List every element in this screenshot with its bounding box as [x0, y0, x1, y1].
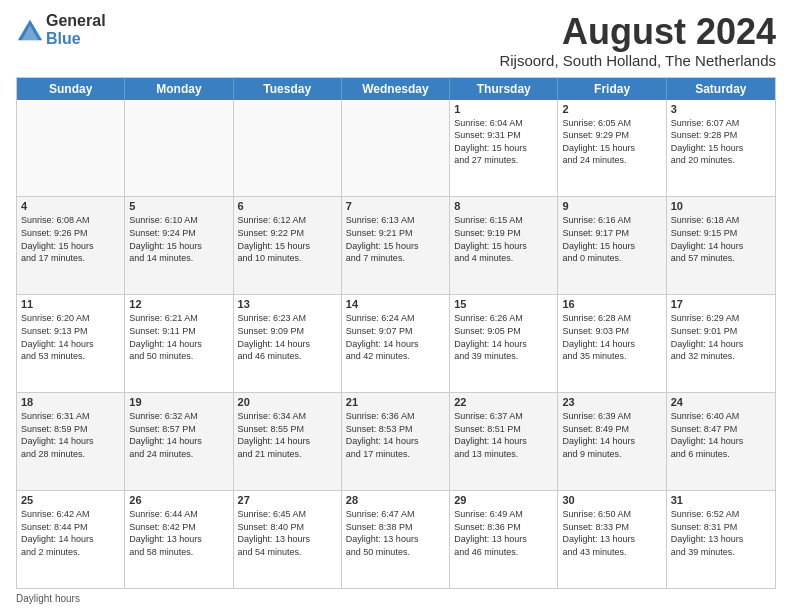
calendar: SundayMondayTuesdayWednesdayThursdayFrid… [16, 77, 776, 589]
day-info: Sunrise: 6:31 AM Sunset: 8:59 PM Dayligh… [21, 410, 120, 460]
day-info: Sunrise: 6:39 AM Sunset: 8:49 PM Dayligh… [562, 410, 661, 460]
day-info: Sunrise: 6:26 AM Sunset: 9:05 PM Dayligh… [454, 312, 553, 362]
cal-cell: 2Sunrise: 6:05 AM Sunset: 9:29 PM Daylig… [558, 100, 666, 197]
day-info: Sunrise: 6:08 AM Sunset: 9:26 PM Dayligh… [21, 214, 120, 264]
cal-cell: 29Sunrise: 6:49 AM Sunset: 8:36 PM Dayli… [450, 491, 558, 588]
day-number: 16 [562, 298, 661, 310]
day-number: 8 [454, 200, 553, 212]
cal-cell: 11Sunrise: 6:20 AM Sunset: 9:13 PM Dayli… [17, 295, 125, 392]
title-block: August 2024 Rijsoord, South Holland, The… [499, 12, 776, 69]
logo-blue: Blue [46, 30, 106, 48]
day-number: 29 [454, 494, 553, 506]
cal-cell: 6Sunrise: 6:12 AM Sunset: 9:22 PM Daylig… [234, 197, 342, 294]
title-month: August 2024 [499, 12, 776, 52]
day-number: 6 [238, 200, 337, 212]
day-info: Sunrise: 6:50 AM Sunset: 8:33 PM Dayligh… [562, 508, 661, 558]
cal-cell: 24Sunrise: 6:40 AM Sunset: 8:47 PM Dayli… [667, 393, 775, 490]
day-number: 3 [671, 103, 771, 115]
cal-cell: 25Sunrise: 6:42 AM Sunset: 8:44 PM Dayli… [17, 491, 125, 588]
day-info: Sunrise: 6:18 AM Sunset: 9:15 PM Dayligh… [671, 214, 771, 264]
cal-row-3: 18Sunrise: 6:31 AM Sunset: 8:59 PM Dayli… [17, 393, 775, 491]
cal-cell: 14Sunrise: 6:24 AM Sunset: 9:07 PM Dayli… [342, 295, 450, 392]
cal-cell: 30Sunrise: 6:50 AM Sunset: 8:33 PM Dayli… [558, 491, 666, 588]
day-info: Sunrise: 6:07 AM Sunset: 9:28 PM Dayligh… [671, 117, 771, 167]
day-info: Sunrise: 6:16 AM Sunset: 9:17 PM Dayligh… [562, 214, 661, 264]
day-info: Sunrise: 6:42 AM Sunset: 8:44 PM Dayligh… [21, 508, 120, 558]
day-number: 11 [21, 298, 120, 310]
cal-cell: 27Sunrise: 6:45 AM Sunset: 8:40 PM Dayli… [234, 491, 342, 588]
cal-row-0: 1Sunrise: 6:04 AM Sunset: 9:31 PM Daylig… [17, 100, 775, 198]
cal-row-4: 25Sunrise: 6:42 AM Sunset: 8:44 PM Dayli… [17, 491, 775, 588]
day-info: Sunrise: 6:34 AM Sunset: 8:55 PM Dayligh… [238, 410, 337, 460]
cal-cell: 22Sunrise: 6:37 AM Sunset: 8:51 PM Dayli… [450, 393, 558, 490]
day-number: 10 [671, 200, 771, 212]
day-info: Sunrise: 6:21 AM Sunset: 9:11 PM Dayligh… [129, 312, 228, 362]
title-location: Rijsoord, South Holland, The Netherlands [499, 52, 776, 69]
cal-cell: 12Sunrise: 6:21 AM Sunset: 9:11 PM Dayli… [125, 295, 233, 392]
day-info: Sunrise: 6:24 AM Sunset: 9:07 PM Dayligh… [346, 312, 445, 362]
day-info: Sunrise: 6:47 AM Sunset: 8:38 PM Dayligh… [346, 508, 445, 558]
cal-cell: 20Sunrise: 6:34 AM Sunset: 8:55 PM Dayli… [234, 393, 342, 490]
day-number: 5 [129, 200, 228, 212]
day-number: 13 [238, 298, 337, 310]
logo-text: General Blue [46, 12, 106, 47]
page-header: General Blue August 2024 Rijsoord, South… [16, 12, 776, 69]
day-number: 7 [346, 200, 445, 212]
cal-header-cell-tuesday: Tuesday [234, 78, 342, 100]
cal-cell: 17Sunrise: 6:29 AM Sunset: 9:01 PM Dayli… [667, 295, 775, 392]
day-number: 1 [454, 103, 553, 115]
cal-row-2: 11Sunrise: 6:20 AM Sunset: 9:13 PM Dayli… [17, 295, 775, 393]
day-info: Sunrise: 6:44 AM Sunset: 8:42 PM Dayligh… [129, 508, 228, 558]
cal-header-cell-friday: Friday [558, 78, 666, 100]
day-info: Sunrise: 6:12 AM Sunset: 9:22 PM Dayligh… [238, 214, 337, 264]
day-info: Sunrise: 6:37 AM Sunset: 8:51 PM Dayligh… [454, 410, 553, 460]
cal-cell: 28Sunrise: 6:47 AM Sunset: 8:38 PM Dayli… [342, 491, 450, 588]
day-number: 22 [454, 396, 553, 408]
cal-cell: 31Sunrise: 6:52 AM Sunset: 8:31 PM Dayli… [667, 491, 775, 588]
day-info: Sunrise: 6:15 AM Sunset: 9:19 PM Dayligh… [454, 214, 553, 264]
cal-header-cell-wednesday: Wednesday [342, 78, 450, 100]
calendar-header: SundayMondayTuesdayWednesdayThursdayFrid… [17, 78, 775, 100]
day-number: 20 [238, 396, 337, 408]
day-info: Sunrise: 6:28 AM Sunset: 9:03 PM Dayligh… [562, 312, 661, 362]
cal-cell: 8Sunrise: 6:15 AM Sunset: 9:19 PM Daylig… [450, 197, 558, 294]
day-number: 25 [21, 494, 120, 506]
day-number: 12 [129, 298, 228, 310]
day-number: 19 [129, 396, 228, 408]
cal-cell: 3Sunrise: 6:07 AM Sunset: 9:28 PM Daylig… [667, 100, 775, 197]
day-info: Sunrise: 6:52 AM Sunset: 8:31 PM Dayligh… [671, 508, 771, 558]
day-info: Sunrise: 6:13 AM Sunset: 9:21 PM Dayligh… [346, 214, 445, 264]
cal-cell [342, 100, 450, 197]
cal-cell: 18Sunrise: 6:31 AM Sunset: 8:59 PM Dayli… [17, 393, 125, 490]
day-number: 28 [346, 494, 445, 506]
day-info: Sunrise: 6:36 AM Sunset: 8:53 PM Dayligh… [346, 410, 445, 460]
day-number: 17 [671, 298, 771, 310]
cal-cell: 16Sunrise: 6:28 AM Sunset: 9:03 PM Dayli… [558, 295, 666, 392]
cal-cell: 15Sunrise: 6:26 AM Sunset: 9:05 PM Dayli… [450, 295, 558, 392]
footer-note: Daylight hours [16, 593, 776, 604]
day-info: Sunrise: 6:40 AM Sunset: 8:47 PM Dayligh… [671, 410, 771, 460]
day-info: Sunrise: 6:04 AM Sunset: 9:31 PM Dayligh… [454, 117, 553, 167]
cal-cell: 1Sunrise: 6:04 AM Sunset: 9:31 PM Daylig… [450, 100, 558, 197]
day-info: Sunrise: 6:05 AM Sunset: 9:29 PM Dayligh… [562, 117, 661, 167]
day-number: 24 [671, 396, 771, 408]
cal-cell: 13Sunrise: 6:23 AM Sunset: 9:09 PM Dayli… [234, 295, 342, 392]
day-number: 4 [21, 200, 120, 212]
day-info: Sunrise: 6:29 AM Sunset: 9:01 PM Dayligh… [671, 312, 771, 362]
day-number: 30 [562, 494, 661, 506]
day-number: 15 [454, 298, 553, 310]
day-number: 21 [346, 396, 445, 408]
cal-row-1: 4Sunrise: 6:08 AM Sunset: 9:26 PM Daylig… [17, 197, 775, 295]
logo-icon [16, 16, 44, 44]
cal-cell [17, 100, 125, 197]
day-number: 31 [671, 494, 771, 506]
day-info: Sunrise: 6:45 AM Sunset: 8:40 PM Dayligh… [238, 508, 337, 558]
day-number: 23 [562, 396, 661, 408]
cal-cell: 7Sunrise: 6:13 AM Sunset: 9:21 PM Daylig… [342, 197, 450, 294]
day-info: Sunrise: 6:10 AM Sunset: 9:24 PM Dayligh… [129, 214, 228, 264]
day-info: Sunrise: 6:23 AM Sunset: 9:09 PM Dayligh… [238, 312, 337, 362]
day-number: 27 [238, 494, 337, 506]
logo: General Blue [16, 12, 106, 47]
cal-cell: 10Sunrise: 6:18 AM Sunset: 9:15 PM Dayli… [667, 197, 775, 294]
day-number: 14 [346, 298, 445, 310]
